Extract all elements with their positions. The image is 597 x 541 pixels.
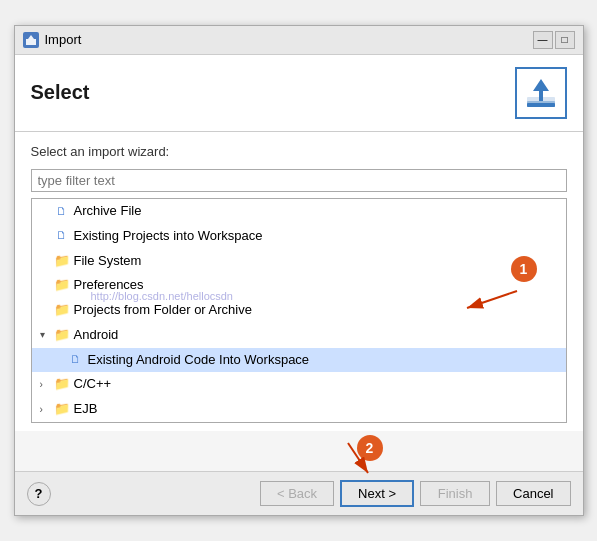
- dialog-title: Import: [45, 32, 527, 47]
- tree-item-android[interactable]: ▾ 📁 Android: [32, 323, 566, 348]
- tree-item-label: Existing Android Code Into Workspace: [88, 350, 310, 371]
- annotation-circle-1: 1: [511, 256, 537, 282]
- tree-item-label: C/C++: [74, 374, 112, 395]
- back-button[interactable]: < Back: [260, 481, 334, 506]
- expand-icon: ▾: [40, 327, 50, 343]
- dialog-icon: [23, 32, 39, 48]
- minimize-button[interactable]: —: [533, 31, 553, 49]
- import-dialog: Import — □ Select Select an import wizar…: [14, 25, 584, 516]
- tree-item-existing-projects[interactable]: 🗋 Existing Projects into Workspace: [32, 224, 566, 249]
- tree-item-label: File System: [74, 251, 142, 272]
- svg-rect-5: [527, 103, 555, 107]
- help-button[interactable]: ?: [27, 482, 51, 506]
- tree-item-cpp[interactable]: › 📁 C/C++: [32, 372, 566, 397]
- annotation-1: 1: [511, 256, 537, 282]
- maximize-button[interactable]: □: [555, 31, 575, 49]
- tree-item-ejb[interactable]: › 📁 EJB: [32, 397, 566, 422]
- header-section: Select: [15, 55, 583, 132]
- tree-item-label: Android: [74, 325, 119, 346]
- wizard-label: Select an import wizard:: [31, 144, 567, 159]
- folder-icon: 📁: [54, 302, 70, 318]
- filter-input[interactable]: [31, 169, 567, 192]
- tree-item-label: Preferences: [74, 275, 144, 296]
- next-button[interactable]: Next >: [340, 480, 414, 507]
- svg-line-7: [467, 291, 517, 308]
- tree-item-filesystem[interactable]: 📁 File System: [32, 249, 566, 274]
- expand-icon: ›: [40, 377, 50, 393]
- svg-marker-1: [28, 35, 34, 39]
- page-title: Select: [31, 81, 90, 104]
- file-icon: 🗋: [68, 352, 84, 368]
- folder-icon: 📁: [54, 327, 70, 343]
- tree-item-existing-android[interactable]: 🗋 Existing Android Code Into Workspace: [32, 348, 566, 373]
- folder-icon: 📁: [54, 402, 70, 418]
- finish-button[interactable]: Finish: [420, 481, 490, 506]
- header-icon-box: [515, 67, 567, 119]
- tree-item-label: Archive File: [74, 201, 142, 222]
- file-icon: 🗋: [54, 228, 70, 244]
- tree-item-label: EJB: [74, 399, 98, 420]
- folder-icon: 📁: [54, 377, 70, 393]
- footer-right: < Back Next > Finish Cancel: [260, 480, 571, 507]
- title-bar: Import — □: [15, 26, 583, 55]
- annotation-area: 2: [15, 431, 583, 471]
- cancel-button[interactable]: Cancel: [496, 481, 570, 506]
- window-controls: — □: [533, 31, 575, 49]
- folder-icon: 📁: [54, 278, 70, 294]
- content-section: Select an import wizard: 🗋 Archive File …: [15, 132, 583, 431]
- import-icon: [523, 75, 559, 111]
- tree-item-label: Existing Projects into Workspace: [74, 226, 263, 247]
- folder-icon: 📁: [54, 253, 70, 269]
- expand-icon: ›: [40, 402, 50, 418]
- svg-rect-0: [26, 39, 36, 45]
- tree-item-archive[interactable]: 🗋 Archive File: [32, 199, 566, 224]
- arrow-2: [338, 441, 398, 479]
- footer-section: ? < Back Next > Finish Cancel: [15, 471, 583, 515]
- arrow-1: [459, 286, 519, 319]
- footer-left: ?: [27, 482, 51, 506]
- tree-item-label: Projects from Folder or Archive: [74, 300, 252, 321]
- tree-wrapper: 🗋 Archive File 🗋 Existing Projects into …: [31, 198, 567, 423]
- file-icon: 🗋: [54, 203, 70, 219]
- svg-line-9: [348, 443, 368, 473]
